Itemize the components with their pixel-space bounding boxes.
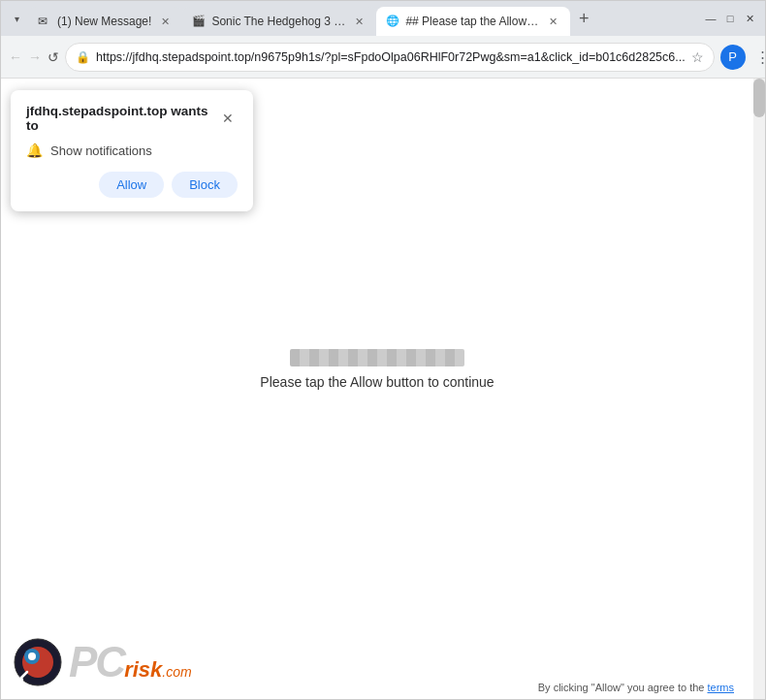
tab3-title: ## Please tap the Allow button: [405, 15, 539, 28]
popup-permission-text: Show notifications: [50, 143, 152, 158]
bottom-disclaimer-text: By clicking "Allow" you agree to the: [538, 682, 705, 693]
back-button[interactable]: ←: [9, 44, 22, 71]
pc-text: PC: [69, 641, 124, 684]
page-content: jfdhq.stepadspoint.top wants to ✕ 🔔 Show…: [1, 79, 765, 699]
reload-button[interactable]: ↺: [48, 44, 59, 71]
loading-text: Please tap the Allow button to continue: [260, 374, 494, 390]
toolbar-right: P ⋮: [720, 44, 766, 71]
tab1-title: (1) New Message!: [57, 15, 151, 28]
notification-permission-popup: jfdhq.stepadspoint.top wants to ✕ 🔔 Show…: [11, 90, 253, 211]
lock-icon: 🔒: [76, 50, 90, 64]
tab-bar: ▾ ✉ (1) New Message! ✕ 🎬 Sonic The Hedge…: [1, 1, 765, 36]
url-text: https://jfdhq.stepadspoint.top/n9675p9h1…: [96, 50, 686, 64]
block-button[interactable]: Block: [172, 172, 238, 198]
tab2-favicon: 🎬: [192, 15, 206, 28]
tab1-favicon: ✉: [38, 15, 51, 28]
tab3-close-button[interactable]: ✕: [545, 14, 560, 29]
tab1-close-button[interactable]: ✕: [157, 14, 173, 29]
svg-point-3: [28, 652, 36, 660]
tab2-close-button[interactable]: ✕: [351, 14, 367, 29]
terms-link[interactable]: terms: [708, 682, 735, 693]
new-tab-button[interactable]: +: [570, 5, 597, 32]
menu-button[interactable]: ⋮: [750, 44, 766, 71]
tab3-favicon: 🌐: [386, 15, 399, 28]
address-bar: ← → ↺ 🔒 https://jfdhq.stepadspoint.top/n…: [1, 36, 765, 79]
scrollbar[interactable]: [753, 79, 765, 699]
popup-permission-row: 🔔 Show notifications: [26, 143, 238, 158]
forward-button[interactable]: →: [28, 44, 42, 71]
tab-1[interactable]: ✉ (1) New Message! ✕: [28, 7, 182, 36]
loading-bar: [290, 349, 464, 366]
popup-header: jfdhq.stepadspoint.top wants to ✕: [26, 104, 238, 133]
scrollbar-thumb[interactable]: [753, 79, 765, 117]
loading-bar-container: Please tap the Allow button to continue: [260, 349, 494, 390]
bottom-right-text: By clicking "Allow" you agree to the ter…: [538, 682, 734, 693]
close-button[interactable]: ✕: [742, 11, 757, 26]
url-bar[interactable]: 🔒 https://jfdhq.stepadspoint.top/n9675p9…: [65, 43, 715, 72]
risk-text: risk: [124, 657, 162, 683]
tab-3[interactable]: 🌐 ## Please tap the Allow button ✕: [376, 7, 570, 36]
pcrisk-logo: PC risk .com: [13, 637, 192, 687]
allow-button[interactable]: Allow: [99, 172, 164, 198]
pcrisk-icon: [13, 637, 63, 687]
bell-icon: 🔔: [26, 143, 43, 158]
tab-dropdown-button[interactable]: ▾: [5, 7, 28, 30]
browser-window: ▾ ✉ (1) New Message! ✕ 🎬 Sonic The Hedge…: [0, 0, 766, 700]
popup-actions: Allow Block: [26, 172, 238, 198]
dot-com-text: .com: [162, 664, 191, 680]
maximize-button[interactable]: □: [722, 11, 738, 26]
pcrisk-text: PC risk .com: [69, 641, 192, 684]
window-controls: — □ ✕: [703, 11, 765, 26]
profile-icon[interactable]: P: [720, 45, 746, 70]
popup-close-button[interactable]: ✕: [219, 109, 238, 128]
tab2-title: Sonic The Hedgehog 3 (2024)...: [211, 15, 345, 28]
tab-2[interactable]: 🎬 Sonic The Hedgehog 3 (2024)... ✕: [182, 7, 376, 36]
bookmark-star-icon[interactable]: ☆: [691, 49, 704, 65]
minimize-button[interactable]: —: [703, 11, 718, 26]
popup-title: jfdhq.stepadspoint.top wants to: [26, 104, 219, 133]
